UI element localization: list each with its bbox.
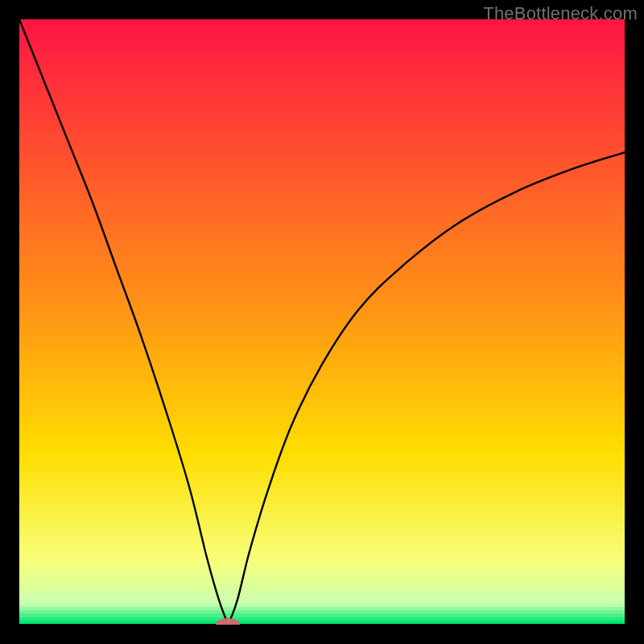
plot-area (19, 19, 625, 625)
bottleneck-curve (19, 19, 625, 625)
bottleneck-curve-path (19, 19, 625, 625)
optimal-point-marker (216, 618, 240, 625)
chart-frame (19, 19, 625, 625)
